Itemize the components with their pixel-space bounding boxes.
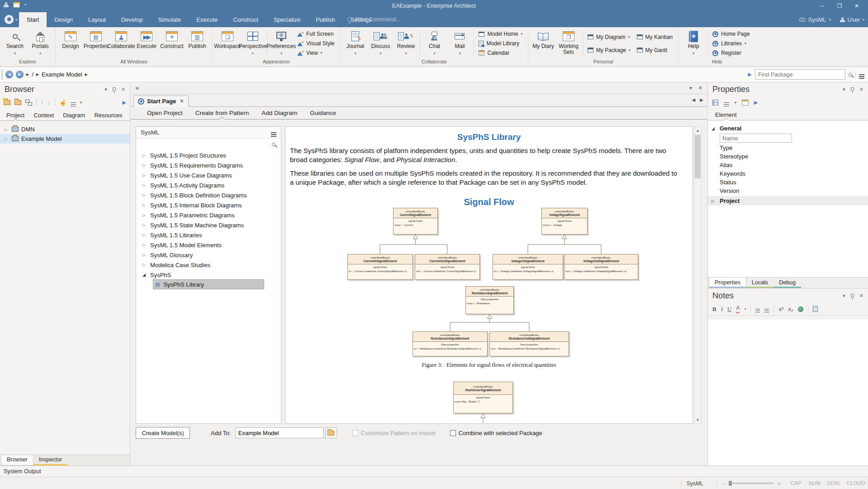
- minimize-button[interactable]: ─: [814, 0, 831, 12]
- scrollbar-thumb[interactable]: [695, 135, 701, 178]
- collapse-arrow-icon[interactable]: ◢: [711, 126, 716, 131]
- font-color-caret-icon[interactable]: ▾: [744, 307, 746, 311]
- expand-arrow-icon[interactable]: ▷: [142, 173, 147, 177]
- tab-close-icon[interactable]: ✕: [180, 98, 184, 104]
- dock-tab-locals[interactable]: Locals: [746, 278, 773, 288]
- my-diary-button[interactable]: My Diary: [531, 29, 556, 49]
- ribbon-tab-develop[interactable]: Develop: [114, 12, 151, 27]
- browse-package-button[interactable]: [325, 427, 337, 438]
- property-row-version[interactable]: Version: [708, 187, 868, 195]
- uml-block-resistance-signal-element[interactable]: «interfaceBlock»ResistanceSignalElement …: [465, 286, 514, 314]
- find-package-search-icon[interactable]: [849, 73, 852, 77]
- subtab-open-project[interactable]: Open Project: [141, 107, 189, 119]
- name-field[interactable]: [720, 134, 792, 143]
- pattern-item-sysphs[interactable]: ◢SysPhS: [136, 270, 281, 280]
- uml-block-voltage-in-signal-element[interactable]: «interfaceBlock»VoltageInSignalElement s…: [493, 254, 563, 280]
- pattern-item-sysphs-library[interactable]: ▤SysPhS Library: [153, 280, 264, 289]
- ribbon-tab-design[interactable]: Design: [47, 12, 80, 27]
- properties-menu-caret-icon[interactable]: ▾: [735, 101, 736, 105]
- property-row-stereotype[interactable]: Stereotype: [708, 152, 868, 161]
- browser-tab-diagram[interactable]: Diagram: [58, 110, 90, 120]
- pattern-item[interactable]: ▷SysML Glossary: [136, 250, 281, 260]
- pattern-item[interactable]: ▷SysML 1.5 Activity Diagrams: [136, 180, 281, 190]
- ribbon-tab-specialize[interactable]: Specialize: [266, 12, 308, 27]
- expand-arrow-icon[interactable]: ▷: [142, 243, 147, 247]
- browser-pin-icon[interactable]: [113, 87, 116, 91]
- visual-style-button[interactable]: Visual Style: [294, 39, 337, 48]
- navigate-back-button[interactable]: ◀: [5, 71, 13, 78]
- discuss-button[interactable]: Discuss▾: [368, 29, 393, 56]
- underline-button[interactable]: U: [727, 306, 731, 313]
- zoom-in-icon[interactable]: +: [778, 481, 781, 486]
- help-button[interactable]: ✳ Help▾: [681, 29, 706, 56]
- my-package-button[interactable]: My Package▾: [584, 45, 634, 55]
- ribbon-tab-simulate[interactable]: Simulate: [151, 12, 189, 27]
- portals-button[interactable]: Portals▾: [28, 29, 53, 56]
- chat-button[interactable]: Chat▾: [422, 29, 447, 56]
- zoom-slider-thumb[interactable]: [729, 481, 732, 486]
- my-diagram-button[interactable]: My Diagram▾: [584, 32, 634, 42]
- property-row-type[interactable]: Type: [708, 144, 868, 152]
- find-package-input[interactable]: [755, 69, 845, 80]
- quick-access-window-icon[interactable]: [13, 2, 20, 8]
- libraries-button[interactable]: ✳ Libraries▾: [709, 39, 753, 48]
- quick-access-user-icon[interactable]: [4, 2, 9, 7]
- subtab-create-from-pattern[interactable]: Create from Pattern: [189, 107, 256, 119]
- dock-tab-browser[interactable]: Browser: [1, 455, 33, 465]
- my-gantt-button[interactable]: My Gantt: [634, 45, 676, 55]
- search-button[interactable]: Search▾: [2, 29, 28, 56]
- user-caret-icon[interactable]: ▾: [863, 18, 864, 22]
- tree-item-dmn[interactable]: ▷ DMN: [0, 125, 130, 134]
- perspective-caret-icon[interactable]: ▾: [829, 18, 831, 22]
- hyperlink-icon[interactable]: [798, 307, 803, 312]
- pattern-item[interactable]: ▷SysML 1.5 Use Case Diagrams: [136, 170, 281, 180]
- perspective-button[interactable]: Perspective▾: [240, 29, 266, 56]
- close-button[interactable]: ✕: [848, 0, 865, 12]
- browser-close-icon[interactable]: ✕: [121, 86, 125, 92]
- superscript-button[interactable]: x²: [778, 306, 783, 312]
- new-diagram-icon[interactable]: [25, 100, 32, 105]
- perspective-switcher[interactable]: SysML: [808, 16, 826, 23]
- design-button[interactable]: ✎ Design: [58, 29, 83, 49]
- properties-menu-icon[interactable]: [724, 102, 729, 103]
- workspace-button[interactable]: ❏ Workspace: [215, 29, 240, 49]
- expand-arrow-icon[interactable]: ▷: [142, 223, 147, 227]
- pattern-search-icon[interactable]: [272, 143, 275, 146]
- preferences-button[interactable]: ⚙ Preferences▾: [269, 29, 294, 56]
- uml-block-current-signal-element[interactable]: «interfaceBlock»CurrentSignalElement sig…: [393, 208, 438, 235]
- home-page-button[interactable]: ✳ Home Page: [709, 29, 753, 39]
- notes-content[interactable]: [708, 320, 868, 465]
- save-icon[interactable]: [712, 100, 718, 105]
- properties-pin-icon[interactable]: [851, 87, 854, 91]
- journal-button[interactable]: ✎ Journal▾: [342, 29, 368, 56]
- move-up-icon[interactable]: ↑: [41, 99, 44, 106]
- browser-menu-caret-icon[interactable]: ▾: [80, 101, 82, 105]
- customize-pattern-checkbox[interactable]: Customize Pattern on import: [352, 430, 436, 436]
- find-package-play-icon[interactable]: ▶: [748, 72, 752, 77]
- pattern-item[interactable]: ▷SysML 1.5 Requirements Diagrams: [136, 160, 281, 170]
- property-row-keywords[interactable]: Keywords: [708, 169, 868, 178]
- ribbon-tab-start[interactable]: Start: [19, 12, 47, 27]
- tree-item-example-model[interactable]: ▷ Example Model: [0, 134, 130, 144]
- notes-close-icon[interactable]: ✕: [859, 293, 863, 299]
- expand-arrow-icon[interactable]: ▷: [142, 233, 147, 237]
- uml-block-current-out-signal-element[interactable]: «interfaceBlock»CurrentOutSignalElement …: [415, 254, 480, 280]
- properties-play-icon[interactable]: ▶: [754, 100, 758, 105]
- collapse-arrow-icon[interactable]: ◢: [142, 273, 147, 277]
- pattern-item[interactable]: ▷SysML 1.5 Project Structures: [136, 150, 281, 160]
- app-logo-icon[interactable]: ✳: [5, 15, 14, 24]
- notes-dropdown-icon[interactable]: ▾: [843, 293, 845, 299]
- pattern-item[interactable]: ▷Modelica Case Studies: [136, 260, 281, 270]
- property-row-status[interactable]: Status: [708, 178, 868, 187]
- uml-block-real-vector-signal-element[interactable]: «interfaceBlock»RealVectorSignalElement …: [453, 382, 513, 413]
- browser-tab-context[interactable]: Context: [29, 110, 58, 120]
- publish-button[interactable]: ▥ Publish: [185, 29, 210, 49]
- new-package-icon[interactable]: [4, 100, 10, 105]
- review-button[interactable]: ✎ Review▾: [393, 29, 418, 56]
- locate-icon[interactable]: ☝: [59, 99, 66, 106]
- quick-access-caret-icon[interactable]: ▾: [24, 3, 26, 7]
- subtab-add-diagram[interactable]: Add Diagram: [255, 107, 304, 119]
- expand-arrow-icon[interactable]: ▷: [142, 193, 147, 197]
- toolbar-grip[interactable]: [1, 70, 3, 80]
- tab-start-page[interactable]: ✳ Start Page ✕: [133, 96, 189, 107]
